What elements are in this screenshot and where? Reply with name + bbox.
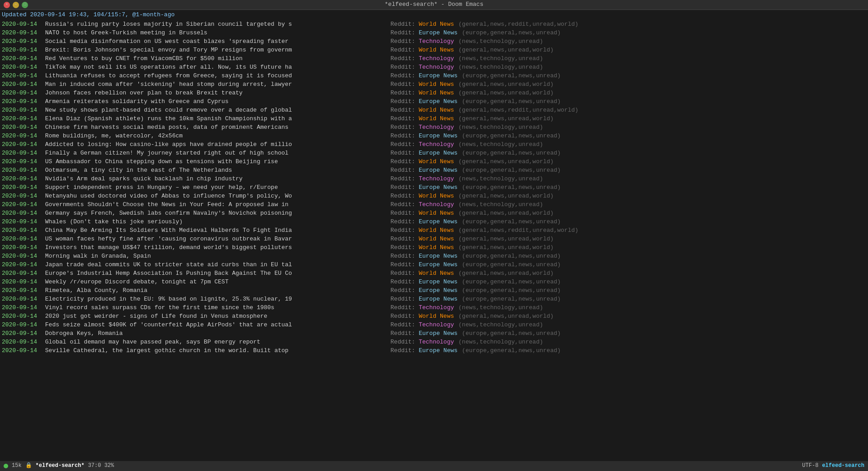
list-item[interactable]: 2020-09-14 Electricity produced in the E… [2, 295, 866, 304]
list-item[interactable]: 2020-09-14 Rimetea, Alba County, Romania… [2, 287, 866, 295]
entry-source: Reddit: Technology [387, 63, 454, 72]
entry-date: 2020-09-14 [2, 132, 42, 141]
list-item[interactable]: 2020-09-14 Johnson faces rebellion over … [2, 89, 866, 98]
feed-name: World News [419, 313, 454, 320]
status-dot [4, 464, 8, 468]
entry-tags: (general,news,unread,world) [455, 235, 553, 244]
list-item[interactable]: 2020-09-14 TikTok may not sell its US op… [2, 63, 866, 72]
entry-title: Elena Diaz (Spanish athlete) runs the 10… [42, 115, 385, 123]
list-item[interactable]: 2020-09-14 Armenia reiterates solidarity… [2, 98, 866, 106]
feed-name: World News [419, 47, 454, 53]
feed-name: World News [419, 115, 454, 122]
list-item[interactable]: 2020-09-14 2020 just got weirder - signs… [2, 312, 866, 321]
entry-source: Reddit: Europe News [387, 347, 458, 355]
entry-source: Reddit: Technology [387, 123, 454, 132]
maximize-button[interactable]: □ [22, 2, 28, 8]
list-item[interactable]: 2020-09-14 Finally a German citizen! My … [2, 149, 866, 158]
list-item[interactable]: 2020-09-14 Governments Shouldn't Choose … [2, 201, 866, 209]
list-item[interactable]: 2020-09-14 Whales (Don't take this joke … [2, 218, 866, 226]
list-item[interactable]: 2020-09-14 Rome buildings, me, watercolo… [2, 132, 866, 141]
entry-source: Reddit: Technology [387, 175, 454, 184]
entry-tags: (general,news,unread,world) [455, 312, 553, 321]
list-item[interactable]: 2020-09-14 Vinyl record sales surpass CD… [2, 304, 866, 312]
entry-date: 2020-09-14 [2, 149, 42, 158]
list-item[interactable]: 2020-09-14 Social media disinformation o… [2, 38, 866, 46]
entry-source: Reddit: World News [387, 106, 454, 115]
entry-title: Johnson faces rebellion over plan to bre… [42, 89, 385, 98]
list-item[interactable]: 2020-09-14 Morning walk in Granada, Spai… [2, 252, 866, 261]
list-item[interactable]: 2020-09-14 Man in induced coma after 'si… [2, 80, 866, 89]
list-item[interactable]: 2020-09-14 Addicted to losing: How casin… [2, 141, 866, 149]
entry-tags: (general,news,unread,world) [455, 158, 553, 166]
entry-tags: (general,news,reddit,unread,world) [455, 226, 578, 235]
entry-date: 2020-09-14 [2, 201, 42, 209]
entry-date: 2020-09-14 [2, 338, 42, 347]
list-item[interactable]: 2020-09-14 Elena Diaz (Spanish athlete) … [2, 115, 866, 123]
entry-title: Europe's Industrial Hemp Association Is … [42, 269, 385, 278]
buffer-name: *elfeed-search* [36, 462, 85, 470]
list-item[interactable]: 2020-09-14 Russia's ruling party loses m… [2, 20, 866, 29]
list-item[interactable]: 2020-09-14 Seville Cathedral, the larges… [2, 347, 866, 355]
list-item[interactable]: 2020-09-14 Investors that manage US$47 t… [2, 244, 866, 252]
entry-source: Reddit: World News [387, 115, 454, 123]
feed-name: Technology [419, 321, 454, 328]
entry-tags: (general,news,unread,world) [455, 89, 553, 98]
entry-date: 2020-09-14 [2, 312, 42, 321]
feed-name: Europe News [419, 218, 458, 225]
minimize-button[interactable]: − [13, 2, 19, 8]
entry-tags: (news,technology,unread) [455, 304, 543, 312]
entry-tags: (europe,general,news,unread) [458, 218, 561, 226]
entry-title: China May Be Arming Its Soldiers With Me… [42, 226, 385, 235]
entry-date: 2020-09-14 [2, 235, 42, 244]
feed-name: Technology [419, 175, 454, 182]
feed-name: World News [419, 107, 454, 113]
list-item[interactable]: 2020-09-14 Netanyahu used doctored video… [2, 192, 866, 201]
entry-date: 2020-09-14 [2, 295, 42, 304]
list-item[interactable]: 2020-09-14 NATO to host Greek-Turkish me… [2, 29, 866, 38]
list-item[interactable]: 2020-09-14 Brexit: Boris Johnson's speci… [2, 46, 866, 55]
entry-source: Reddit: World News [387, 226, 454, 235]
list-item[interactable]: 2020-09-14 Weekly /r/europe Discord deba… [2, 278, 866, 287]
list-item[interactable]: 2020-09-14 Germany says French, Swedish … [2, 209, 866, 218]
entry-tags: (news,technology,unread) [455, 175, 543, 184]
feed-name: Europe News [419, 347, 458, 354]
entry-title: Rome buildings, me, watercolor, 42x56cm [42, 132, 385, 141]
title-bar: × − □ *elfeed-search* - Doom Emacs [0, 0, 868, 10]
content-area: 2020-09-14 Russia's ruling party loses m… [0, 20, 868, 355]
entry-tags: (europe,general,news,unread) [458, 98, 561, 106]
close-button[interactable]: × [4, 2, 10, 8]
entry-source: Reddit: Technology [387, 201, 454, 209]
entry-date: 2020-09-14 [2, 218, 42, 226]
entry-tags: (general,news,unread,world) [455, 244, 553, 252]
feed-name: World News [419, 193, 454, 199]
entry-title: Morning walk in Granada, Spain [42, 252, 385, 261]
list-item[interactable]: 2020-09-14 US Ambassador to China steppi… [2, 158, 866, 166]
entry-tags: (europe,general,news,unread) [458, 132, 561, 141]
list-item[interactable]: 2020-09-14 Lithuania refuses to accept r… [2, 72, 866, 80]
feed-name: Europe News [419, 150, 458, 156]
list-item[interactable]: 2020-09-14 Chinese firm harvests social … [2, 123, 866, 132]
list-item[interactable]: 2020-09-14 Global oil demand may have pa… [2, 338, 866, 347]
list-item[interactable]: 2020-09-14 China May Be Arming Its Soldi… [2, 226, 866, 235]
entry-title: Addicted to losing: How casino-like apps… [42, 141, 385, 149]
entry-date: 2020-09-14 [2, 72, 42, 80]
entry-source: Reddit: Europe News [387, 218, 458, 226]
list-item[interactable]: 2020-09-14 New study shows plant-based d… [2, 106, 866, 115]
list-item[interactable]: 2020-09-14 Japan trade deal commits UK t… [2, 261, 866, 269]
entry-title: Rimetea, Alba County, Romania [42, 287, 385, 295]
entry-tags: (europe,general,news,unread) [458, 29, 561, 38]
list-item[interactable]: 2020-09-14 Support independent press in … [2, 184, 866, 192]
list-item[interactable]: 2020-09-14 Dobrogea Keys, Romania Reddit… [2, 330, 866, 338]
list-item[interactable]: 2020-09-14 Ootmarsum, a tiny city in the… [2, 166, 866, 175]
entry-source: Reddit: Technology [387, 321, 454, 330]
list-item[interactable]: 2020-09-14 Feds seize almost $400K of 'c… [2, 321, 866, 330]
header-text: Updated 2020-09-14 19:43, 104/115:7, @1-… [2, 11, 175, 18]
entry-date: 2020-09-14 [2, 321, 42, 330]
list-item[interactable]: 2020-09-14 US woman faces hefty fine aft… [2, 235, 866, 244]
list-item[interactable]: 2020-09-14 Nvidia's Arm deal sparks quic… [2, 175, 866, 184]
lock-icon: 🔒 [25, 462, 32, 470]
entry-date: 2020-09-14 [2, 106, 42, 115]
list-item[interactable]: 2020-09-14 Europe's Industrial Hemp Asso… [2, 269, 866, 278]
list-item[interactable]: 2020-09-14 Red Ventures to buy CNET from… [2, 55, 866, 63]
feed-name: Europe News [419, 261, 458, 268]
